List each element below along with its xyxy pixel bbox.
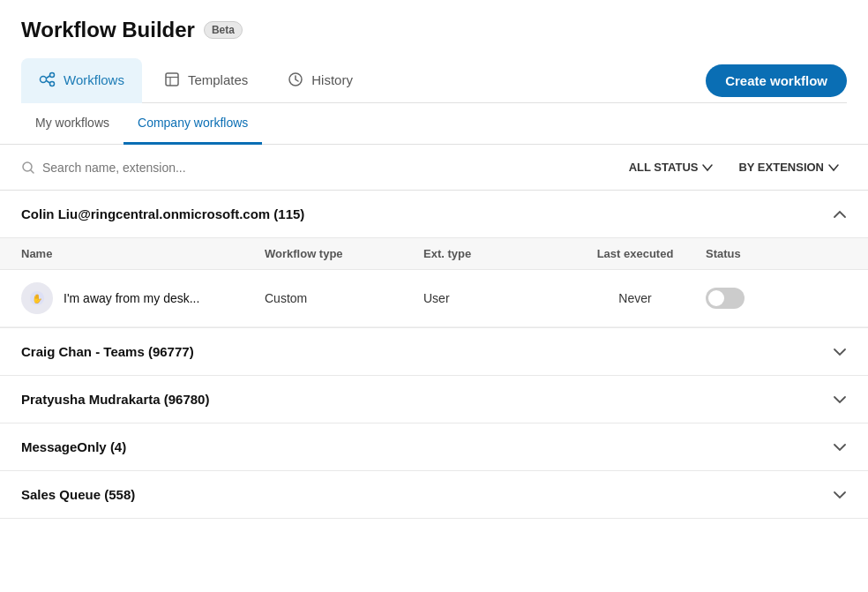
- section-header-craig-chan[interactable]: Craig Chan - Teams (96777): [0, 328, 868, 375]
- col-last-executed: Last executed: [565, 247, 706, 260]
- search-icon: [21, 161, 35, 175]
- svg-line-10: [31, 170, 34, 173]
- workflows-icon: [39, 71, 56, 88]
- sub-tabs: My workflows Company workflows: [0, 103, 868, 145]
- section-title-pratyusha: Pratyusha Mudrakarta (96780): [21, 392, 209, 407]
- svg-text:✋: ✋: [32, 293, 43, 304]
- section-header-pratyusha[interactable]: Pratyusha Mudrakarta (96780): [0, 376, 868, 423]
- section-colin-liu: Colin Liu@ringcentral.onmicrosoft.com (1…: [0, 191, 868, 328]
- tab-my-workflows[interactable]: My workflows: [21, 103, 123, 145]
- table-row: ✋ I'm away from my desk... Custom User N…: [0, 270, 868, 327]
- status-toggle[interactable]: [706, 288, 745, 309]
- tab-templates[interactable]: Templates: [146, 58, 266, 103]
- filter-status-button[interactable]: ALL STATUS: [622, 157, 722, 177]
- section-craig-chan: Craig Chan - Teams (96777): [0, 328, 868, 376]
- col-workflow-type: Workflow type: [265, 247, 423, 260]
- toggle-slider: [706, 288, 745, 309]
- workflow-icon-away: ✋: [21, 282, 53, 314]
- workflow-name-text: I'm away from my desk...: [64, 291, 199, 305]
- section-title-colin-liu: Colin Liu@ringcentral.onmicrosoft.com (1…: [21, 206, 304, 221]
- svg-line-4: [47, 81, 50, 84]
- app-title: Workflow Builder: [21, 18, 195, 42]
- search-input[interactable]: [42, 161, 236, 175]
- chevron-down-icon: [701, 161, 714, 174]
- section-pratyusha: Pratyusha Mudrakarta (96780): [0, 376, 868, 423]
- top-nav-tabs: Workflows Templates: [21, 58, 370, 102]
- beta-badge: Beta: [204, 21, 243, 39]
- toolbar: ALL STATUS BY EXTENSION: [0, 145, 868, 191]
- section-header-messageonly[interactable]: MessageOnly (4): [0, 423, 868, 470]
- chevron-down-icon-messageonly: [833, 440, 847, 454]
- chevron-down-icon-2: [827, 161, 840, 174]
- table-header: Name Workflow type Ext. type Last execut…: [0, 237, 868, 270]
- svg-rect-5: [166, 73, 178, 86]
- templates-icon: [163, 71, 181, 88]
- col-ext-type: Ext. type: [423, 247, 565, 260]
- history-icon: [287, 71, 304, 88]
- create-workflow-button[interactable]: Create workflow: [706, 64, 847, 97]
- svg-point-0: [41, 77, 47, 83]
- svg-line-3: [47, 76, 50, 79]
- section-header-colin-liu[interactable]: Colin Liu@ringcentral.onmicrosoft.com (1…: [0, 191, 868, 237]
- svg-point-1: [50, 73, 55, 78]
- section-title-sales-queue: Sales Queue (558): [21, 487, 135, 502]
- section-title-messageonly: MessageOnly (4): [21, 439, 126, 454]
- chevron-down-icon-sales-queue: [833, 488, 847, 502]
- col-status: Status: [706, 247, 847, 260]
- status-cell: [706, 288, 847, 309]
- section-messageonly: MessageOnly (4): [0, 423, 868, 471]
- chevron-down-icon-pratyusha: [833, 393, 847, 407]
- search-box: [21, 161, 236, 175]
- last-executed-cell: Never: [565, 291, 706, 305]
- svg-point-2: [50, 82, 55, 86]
- chevron-up-icon: [833, 207, 847, 221]
- tab-company-workflows[interactable]: Company workflows: [123, 103, 262, 145]
- section-title-craig-chan: Craig Chan - Teams (96777): [21, 344, 194, 359]
- tab-history-label: History: [311, 72, 353, 87]
- tab-history[interactable]: History: [269, 58, 370, 103]
- filter-group: ALL STATUS BY EXTENSION: [622, 157, 847, 177]
- tab-templates-label: Templates: [188, 72, 248, 87]
- section-table-colin-liu: Name Workflow type Ext. type Last execut…: [0, 237, 868, 327]
- tab-workflows[interactable]: Workflows: [21, 58, 142, 103]
- section-sales-queue: Sales Queue (558): [0, 471, 868, 519]
- top-nav: Workflows Templates: [21, 58, 847, 103]
- tab-workflows-label: Workflows: [64, 72, 124, 87]
- filter-extension-button[interactable]: BY EXTENSION: [731, 157, 847, 177]
- workflow-name-cell: ✋ I'm away from my desk...: [21, 282, 265, 314]
- col-name: Name: [21, 247, 265, 260]
- chevron-down-icon-craig: [833, 345, 847, 359]
- workflow-type-cell: Custom: [265, 291, 423, 305]
- section-header-sales-queue[interactable]: Sales Queue (558): [0, 471, 868, 518]
- ext-type-cell: User: [423, 291, 565, 305]
